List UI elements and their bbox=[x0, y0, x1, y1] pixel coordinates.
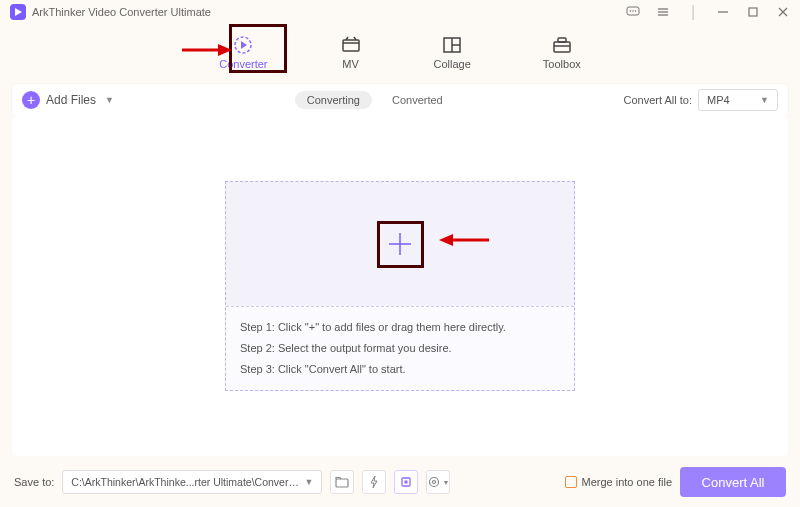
hw-accel-button[interactable] bbox=[362, 470, 386, 494]
instruction-steps: Step 1: Click "+" to add files or drag t… bbox=[226, 306, 574, 390]
svg-point-3 bbox=[632, 10, 634, 12]
close-icon[interactable] bbox=[776, 5, 790, 19]
mv-icon bbox=[340, 34, 362, 56]
button-label: Convert All bbox=[702, 475, 765, 490]
svg-point-33 bbox=[430, 478, 439, 487]
add-files-button[interactable]: + Add Files ▼ bbox=[22, 91, 114, 109]
svg-marker-29 bbox=[439, 234, 453, 246]
format-value: MP4 bbox=[707, 94, 730, 106]
tab-converted[interactable]: Converted bbox=[392, 94, 443, 106]
tab-label: Converted bbox=[392, 94, 443, 106]
nav-toolbox[interactable]: Toolbox bbox=[533, 30, 591, 74]
chip-icon bbox=[399, 475, 413, 489]
window-controls: | bbox=[626, 5, 790, 19]
toolbar: + Add Files ▼ Converting Converted Conve… bbox=[12, 84, 788, 116]
convert-all-button[interactable]: Convert All bbox=[680, 467, 786, 497]
lightning-icon bbox=[367, 475, 381, 489]
chevron-down-icon: ▼ bbox=[442, 479, 449, 486]
drop-zone[interactable]: Step 1: Click "+" to add files or drag t… bbox=[225, 181, 575, 391]
save-path-value: C:\ArkThinker\ArkThinke...rter Ultimate\… bbox=[71, 476, 301, 488]
minimize-icon[interactable] bbox=[716, 5, 730, 19]
svg-rect-9 bbox=[749, 8, 757, 16]
svg-point-2 bbox=[630, 10, 632, 12]
svg-rect-24 bbox=[558, 38, 566, 42]
step-3: Step 3: Click "Convert All" to start. bbox=[240, 359, 560, 380]
settings-button[interactable]: ▼ bbox=[426, 470, 450, 494]
annotation-arrow-to-plus bbox=[439, 232, 489, 248]
nav-converter[interactable]: Converter bbox=[209, 30, 277, 74]
merge-label: Merge into one file bbox=[582, 476, 673, 488]
bottom-bar: Save to: C:\ArkThinker\ArkThinke...rter … bbox=[0, 457, 800, 507]
app-title: ArkThinker Video Converter Ultimate bbox=[32, 6, 626, 18]
drop-top bbox=[226, 182, 574, 306]
collage-icon bbox=[441, 34, 463, 56]
nav-collage[interactable]: Collage bbox=[424, 30, 481, 74]
step-1: Step 1: Click "+" to add files or drag t… bbox=[240, 317, 560, 338]
app-logo bbox=[10, 4, 26, 20]
high-speed-button[interactable] bbox=[394, 470, 418, 494]
svg-rect-30 bbox=[336, 479, 348, 487]
svg-point-4 bbox=[635, 10, 637, 12]
svg-marker-0 bbox=[15, 8, 22, 16]
main-panel: Step 1: Click "+" to add files or drag t… bbox=[12, 116, 788, 456]
feedback-icon[interactable] bbox=[626, 5, 640, 19]
menu-icon[interactable] bbox=[656, 5, 670, 19]
svg-marker-15 bbox=[241, 41, 247, 49]
tab-converting[interactable]: Converting bbox=[295, 91, 372, 109]
save-path-select[interactable]: C:\ArkThinker\ArkThinke...rter Ultimate\… bbox=[62, 470, 322, 494]
nav-label: Toolbox bbox=[543, 58, 581, 70]
step-2: Step 2: Select the output format you des… bbox=[240, 338, 560, 359]
toolbox-icon bbox=[551, 34, 573, 56]
divider: | bbox=[686, 5, 700, 19]
output-format-select[interactable]: MP4 ▼ bbox=[698, 89, 778, 111]
tab-label: Converting bbox=[307, 94, 360, 106]
top-nav: Converter MV Collage Toolbox bbox=[0, 24, 800, 84]
maximize-icon[interactable] bbox=[746, 5, 760, 19]
add-file-plus-button[interactable] bbox=[377, 221, 424, 268]
chevron-down-icon: ▼ bbox=[304, 477, 313, 487]
svg-rect-32 bbox=[405, 481, 408, 484]
plus-icon: + bbox=[22, 91, 40, 109]
converter-icon bbox=[232, 34, 254, 56]
folder-icon bbox=[335, 475, 349, 489]
chevron-down-icon: ▼ bbox=[105, 95, 114, 105]
chevron-down-icon: ▼ bbox=[760, 95, 769, 105]
nav-mv[interactable]: MV bbox=[330, 30, 372, 74]
nav-label: Collage bbox=[434, 58, 471, 70]
titlebar: ArkThinker Video Converter Ultimate | bbox=[0, 0, 800, 24]
svg-rect-23 bbox=[554, 42, 570, 52]
add-files-label: Add Files bbox=[46, 93, 96, 107]
merge-checkbox[interactable]: Merge into one file bbox=[565, 476, 673, 488]
convert-all-to-label: Convert All to: bbox=[624, 94, 692, 106]
svg-rect-16 bbox=[343, 40, 359, 51]
save-to-label: Save to: bbox=[14, 476, 54, 488]
checkbox-icon bbox=[565, 476, 577, 488]
svg-point-34 bbox=[433, 481, 436, 484]
open-folder-button[interactable] bbox=[330, 470, 354, 494]
gear-icon bbox=[427, 475, 441, 489]
nav-label: Converter bbox=[219, 58, 267, 70]
nav-label: MV bbox=[342, 58, 359, 70]
